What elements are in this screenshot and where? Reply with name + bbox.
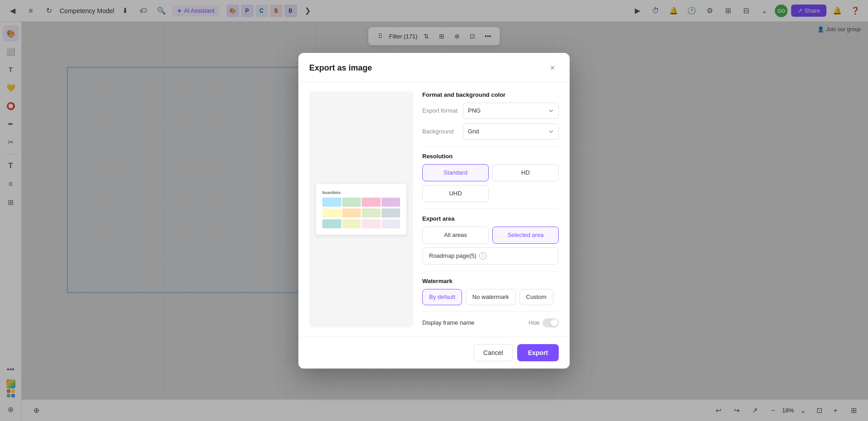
resolution-empty bbox=[492, 185, 559, 202]
export-modal: Export as image × boardmix bbox=[298, 53, 570, 369]
all-areas-button[interactable]: All areas bbox=[422, 227, 489, 244]
preview-cell-9 bbox=[322, 219, 341, 228]
toggle-container: Hide bbox=[528, 318, 559, 327]
preview-panel: boardmix bbox=[309, 91, 413, 327]
divider-3 bbox=[422, 271, 559, 271]
format-select[interactable]: PNG bbox=[463, 103, 559, 119]
watermark-none-button[interactable]: No watermark bbox=[466, 289, 516, 305]
cancel-button[interactable]: Cancel bbox=[474, 344, 513, 361]
preview-cell-2 bbox=[342, 198, 361, 207]
preview-cell-11 bbox=[362, 219, 381, 228]
modal-title: Export as image bbox=[309, 63, 372, 73]
roadmap-label: Roadmap page(5) bbox=[429, 252, 476, 259]
selected-area-button[interactable]: Selected area bbox=[492, 227, 559, 244]
export-button[interactable]: Export bbox=[517, 344, 559, 361]
hide-label: Hide bbox=[528, 320, 540, 326]
format-row: Export format PNG bbox=[422, 103, 559, 119]
background-select[interactable]: Grid bbox=[463, 123, 559, 140]
modal-close-button[interactable]: × bbox=[546, 62, 559, 75]
roadmap-button[interactable]: Roadmap page(5) i bbox=[422, 247, 559, 265]
modal-header: Export as image × bbox=[298, 53, 570, 82]
settings-panel: Format and background color Export forma… bbox=[422, 91, 559, 327]
resolution-standard-button[interactable]: Standard bbox=[422, 164, 489, 181]
preview-cell-3 bbox=[362, 198, 381, 207]
resolution-options-row2: UHD bbox=[422, 185, 559, 202]
divider-4 bbox=[422, 312, 559, 312]
preview-grid-top bbox=[322, 198, 400, 207]
preview-grid-3 bbox=[322, 219, 400, 228]
watermark-custom-button[interactable]: Custom bbox=[519, 289, 553, 305]
modal-body: boardmix bbox=[298, 82, 570, 336]
preview-cell-1 bbox=[322, 198, 341, 207]
preview-cell-10 bbox=[342, 219, 361, 228]
preview-image: boardmix bbox=[316, 184, 406, 235]
background-row: Background Grid bbox=[422, 123, 559, 140]
modal-footer: Cancel Export bbox=[298, 336, 570, 369]
preview-cell-5 bbox=[322, 208, 341, 218]
preview-grid-bottom bbox=[322, 208, 400, 218]
export-area-section-title: Export area bbox=[422, 215, 559, 222]
frame-name-label: Display frame name bbox=[422, 319, 475, 326]
divider-2 bbox=[422, 208, 559, 209]
divider-1 bbox=[422, 146, 559, 147]
preview-cell-8 bbox=[382, 208, 401, 218]
watermark-section-title: Watermark bbox=[422, 278, 559, 284]
format-section-title: Format and background color bbox=[422, 91, 559, 98]
resolution-uhd-button[interactable]: UHD bbox=[422, 185, 489, 202]
area-options: All areas Selected area bbox=[422, 227, 559, 244]
resolution-options: Standard HD bbox=[422, 164, 559, 181]
resolution-section-title: Resolution bbox=[422, 153, 559, 160]
modal-overlay: Export as image × boardmix bbox=[0, 0, 868, 421]
preview-cell-7 bbox=[362, 208, 381, 218]
background-label: Background bbox=[422, 128, 463, 135]
resolution-hd-button[interactable]: HD bbox=[492, 164, 559, 181]
watermark-options: By default No watermark Custom bbox=[422, 289, 559, 305]
preview-cell-12 bbox=[382, 219, 401, 228]
watermark-default-button[interactable]: By default bbox=[422, 289, 462, 305]
frame-name-toggle[interactable] bbox=[542, 318, 559, 327]
frame-name-row: Display frame name Hide bbox=[422, 318, 559, 327]
preview-content: boardmix bbox=[319, 187, 404, 232]
format-label: Export format bbox=[422, 107, 463, 114]
info-icon: i bbox=[479, 252, 486, 260]
preview-title-text: boardmix bbox=[322, 190, 400, 195]
preview-cell-4 bbox=[382, 198, 401, 207]
preview-cell-6 bbox=[342, 208, 361, 218]
